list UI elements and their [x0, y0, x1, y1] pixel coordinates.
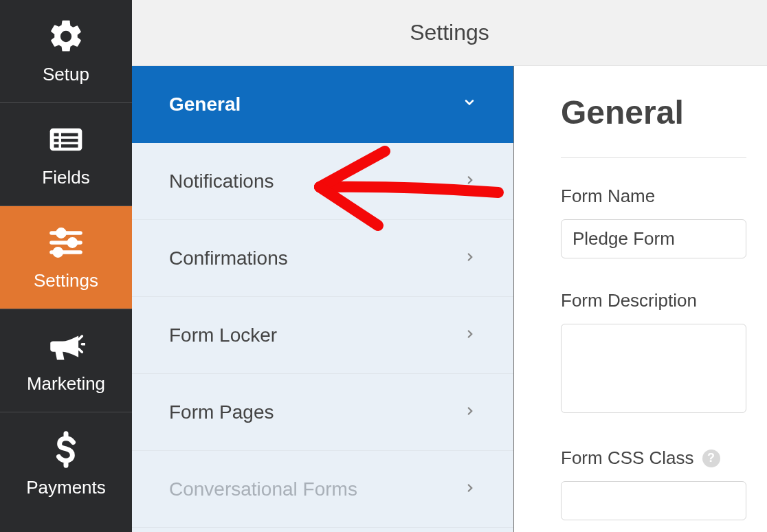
sidebar-item-fields[interactable]: Fields [0, 103, 132, 206]
settings-tab-label: Form Pages [169, 401, 274, 423]
settings-tab-general[interactable]: General [132, 66, 513, 143]
settings-panel: General Form Name Form Description Form … [525, 66, 767, 532]
primary-sidebar: Setup Fields Settings Marketing Payments [0, 0, 132, 532]
settings-tab-conversational-forms[interactable]: Conversational Forms [132, 451, 513, 528]
svg-point-12 [54, 249, 61, 256]
svg-rect-5 [54, 144, 59, 148]
sliders-icon [47, 223, 85, 262]
settings-subnav: General Notifications Confirmations Form… [132, 66, 514, 532]
settings-tab-form-pages[interactable]: Form Pages [132, 374, 513, 451]
settings-tab-notifications[interactable]: Notifications [132, 143, 513, 220]
chevron-right-icon [464, 250, 476, 267]
settings-tab-label: Form Locker [169, 324, 277, 346]
form-description-label: Form Description [561, 290, 746, 311]
svg-point-10 [69, 239, 76, 246]
bullhorn-icon [47, 326, 85, 365]
sidebar-item-marketing[interactable]: Marketing [0, 309, 132, 412]
svg-rect-2 [61, 133, 78, 137]
field-group-form-css-class: Form CSS Class ? [561, 447, 746, 520]
svg-rect-4 [61, 139, 78, 142]
chevron-right-icon [464, 173, 476, 190]
chevron-right-icon [464, 403, 476, 421]
chevron-right-icon [464, 326, 476, 344]
sidebar-item-settings[interactable]: Settings [0, 206, 132, 309]
sidebar-item-label: Payments [26, 477, 106, 498]
form-name-input[interactable] [561, 219, 746, 258]
page-title: Settings [410, 20, 489, 45]
sidebar-item-label: Settings [34, 270, 98, 291]
settings-tab-form-locker[interactable]: Form Locker [132, 297, 513, 374]
settings-tab-confirmations[interactable]: Confirmations [132, 220, 513, 297]
settings-tab-label: Notifications [169, 170, 274, 192]
dollar-icon [47, 430, 85, 469]
chevron-down-icon [463, 96, 476, 113]
list-icon [47, 120, 85, 159]
settings-tab-label: Confirmations [169, 247, 288, 269]
settings-tab-label: General [169, 93, 241, 115]
svg-rect-3 [54, 139, 59, 142]
svg-rect-1 [54, 133, 59, 137]
form-css-class-input[interactable] [561, 481, 746, 520]
panel-heading: General [561, 93, 746, 158]
sidebar-item-label: Fields [42, 167, 89, 188]
gear-icon [47, 17, 85, 56]
settings-tab-label: Conversational Forms [169, 478, 357, 500]
field-group-form-name: Form Name [561, 186, 746, 258]
help-icon[interactable]: ? [702, 450, 720, 467]
form-css-class-label: Form CSS Class [561, 447, 694, 469]
form-description-input[interactable] [561, 324, 746, 413]
sidebar-item-setup[interactable]: Setup [0, 0, 132, 103]
svg-rect-6 [61, 144, 78, 148]
chevron-right-icon [464, 480, 476, 498]
field-group-form-description: Form Description [561, 290, 746, 416]
page-header: Settings [132, 0, 767, 66]
sidebar-item-label: Setup [43, 64, 89, 85]
svg-point-8 [58, 230, 65, 236]
sidebar-item-payments[interactable]: Payments [0, 412, 132, 516]
form-name-label: Form Name [561, 186, 746, 207]
sidebar-item-label: Marketing [27, 373, 105, 395]
